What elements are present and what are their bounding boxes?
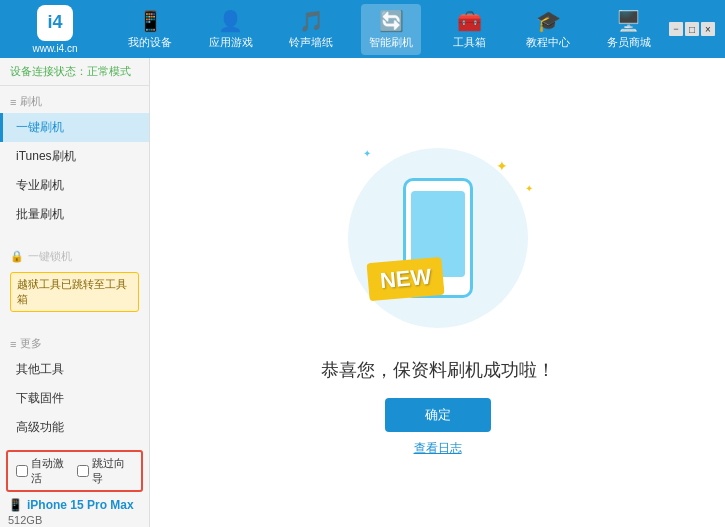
star-icon-2: ✦	[525, 183, 533, 194]
flash-title-label: 刷机	[20, 94, 42, 109]
nav-toolbox-icon: 🧰	[457, 9, 482, 33]
sidebar-item-other-tools[interactable]: 其他工具	[0, 355, 149, 384]
sidebar: 设备连接状态：正常模式 ≡ 刷机 一键刷机 iTunes刷机 专业刷机 批量刷机…	[0, 58, 150, 527]
sidebar-item-one-click-flash[interactable]: 一键刷机	[0, 113, 149, 142]
header: i4 www.i4.cn 📱 我的设备 👤 应用游戏 🎵 铃声墙纸 🔄 智能刷机…	[0, 0, 725, 58]
device-status: 设备连接状态：正常模式	[0, 58, 149, 86]
nav-apps[interactable]: 👤 应用游戏	[201, 4, 261, 55]
device-storage: 512GB	[0, 514, 149, 526]
star-icon-1: ✦	[496, 158, 508, 174]
nav-store[interactable]: 🖥️ 务员商城	[599, 4, 659, 55]
nav-device-icon: 📱	[138, 9, 163, 33]
nav-bar: 📱 我的设备 👤 应用游戏 🎵 铃声墙纸 🔄 智能刷机 🧰 工具箱 🎓 教程中心…	[110, 4, 669, 55]
auto-activate-label: 自动激活	[31, 456, 73, 486]
sidebar-item-pro-flash[interactable]: 专业刷机	[0, 171, 149, 200]
window-controls: － □ ×	[669, 22, 715, 36]
nav-toolbox[interactable]: 🧰 工具箱	[442, 4, 498, 55]
success-illustration: NEW ✦ ✦ ✦	[328, 128, 548, 348]
phone-icon: 📱	[8, 498, 23, 512]
nav-ringtones[interactable]: 🎵 铃声墙纸	[281, 4, 341, 55]
more-group-title: ≡ 更多	[0, 332, 149, 355]
device-name-text: iPhone 15 Pro Max	[27, 498, 134, 512]
nav-toolbox-label: 工具箱	[453, 35, 486, 50]
nav-store-icon: 🖥️	[616, 9, 641, 33]
jailbreak-group-title: 🔒 一键锁机	[0, 245, 149, 268]
more-icon: ≡	[10, 338, 16, 350]
view-log-link[interactable]: 查看日志	[414, 440, 462, 457]
minimize-button[interactable]: －	[669, 22, 683, 36]
nav-apps-label: 应用游戏	[209, 35, 253, 50]
nav-tutorials-icon: 🎓	[536, 9, 561, 33]
lock-icon: 🔒	[10, 250, 24, 263]
jailbreak-group: 🔒 一键锁机 越狱工具已跳转至工具箱	[0, 241, 149, 320]
more-title-label: 更多	[20, 336, 42, 351]
nav-tutorials-label: 教程中心	[526, 35, 570, 50]
time-guide-checkbox[interactable]: 跳过向导	[77, 456, 134, 486]
logo-url: www.i4.cn	[32, 43, 77, 54]
phone-circle: NEW	[348, 148, 528, 328]
close-button[interactable]: ×	[701, 22, 715, 36]
jailbreak-title-label: 一键锁机	[28, 249, 72, 264]
sidebar-item-batch-flash[interactable]: 批量刷机	[0, 200, 149, 229]
flash-group-title: ≡ 刷机	[0, 90, 149, 113]
logo-icon: i4	[37, 5, 73, 41]
nav-smart-flash-label: 智能刷机	[369, 35, 413, 50]
sidebar-item-advanced[interactable]: 高级功能	[0, 413, 149, 442]
nav-device-label: 我的设备	[128, 35, 172, 50]
new-badge-text: NEW	[378, 264, 431, 294]
success-title: 恭喜您，保资料刷机成功啦！	[321, 358, 555, 382]
new-badge: NEW	[366, 257, 444, 301]
status-label: 设备连接状态：	[10, 65, 87, 77]
jailbreak-warning: 越狱工具已跳转至工具箱	[10, 272, 139, 312]
sidebar-item-download-firmware[interactable]: 下载固件	[0, 384, 149, 413]
nav-apps-icon: 👤	[218, 9, 243, 33]
nav-store-label: 务员商城	[607, 35, 651, 50]
nav-ringtones-icon: 🎵	[299, 9, 324, 33]
status-value: 正常模式	[87, 65, 131, 77]
device-name: 📱 iPhone 15 Pro Max	[8, 498, 141, 512]
time-guide-input[interactable]	[77, 465, 89, 477]
confirm-button[interactable]: 确定	[385, 398, 491, 432]
flash-group: ≡ 刷机 一键刷机 iTunes刷机 专业刷机 批量刷机	[0, 86, 149, 233]
main-container: 设备连接状态：正常模式 ≡ 刷机 一键刷机 iTunes刷机 专业刷机 批量刷机…	[0, 58, 725, 527]
logo: i4 www.i4.cn	[10, 5, 100, 54]
time-guide-label: 跳过向导	[92, 456, 134, 486]
nav-my-device[interactable]: 📱 我的设备	[120, 4, 180, 55]
auto-options-row: 自动激活 跳过向导	[6, 450, 143, 492]
sidebar-item-itunes-flash[interactable]: iTunes刷机	[0, 142, 149, 171]
nav-smart-flash[interactable]: 🔄 智能刷机	[361, 4, 421, 55]
star-icon-3: ✦	[363, 148, 371, 159]
nav-tutorials[interactable]: 🎓 教程中心	[518, 4, 578, 55]
content-area: NEW ✦ ✦ ✦ 恭喜您，保资料刷机成功啦！ 确定 查看日志	[150, 58, 725, 527]
restore-button[interactable]: □	[685, 22, 699, 36]
auto-activate-checkbox[interactable]: 自动激活	[16, 456, 73, 486]
header-controls: － □ ×	[669, 22, 715, 36]
nav-smart-flash-icon: 🔄	[379, 9, 404, 33]
nav-ringtones-label: 铃声墙纸	[289, 35, 333, 50]
auto-activate-input[interactable]	[16, 465, 28, 477]
more-group: ≡ 更多 其他工具 下载固件 高级功能	[0, 328, 149, 446]
flash-icon: ≡	[10, 96, 16, 108]
